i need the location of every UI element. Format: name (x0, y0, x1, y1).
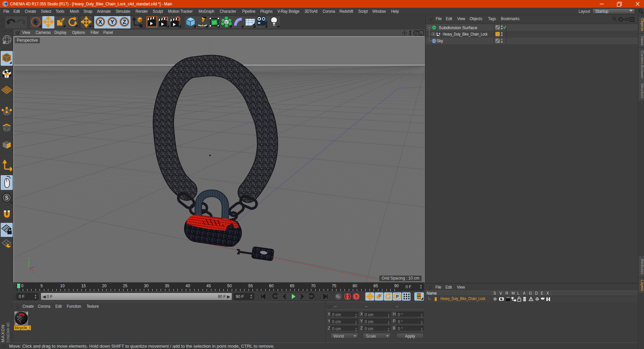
svg-text:Z: Z (123, 19, 126, 25)
svg-text:P: P (396, 294, 398, 299)
svg-text:X: X (33, 271, 35, 275)
svg-text:Y: Y (110, 19, 114, 25)
svg-text:Z: Z (35, 264, 37, 267)
svg-text:S: S (5, 195, 9, 201)
svg-text:X: X (98, 19, 102, 25)
svg-text:0: 0 (439, 32, 440, 35)
svg-text:Y: Y (28, 257, 30, 260)
svg-text:?: ? (355, 294, 358, 299)
